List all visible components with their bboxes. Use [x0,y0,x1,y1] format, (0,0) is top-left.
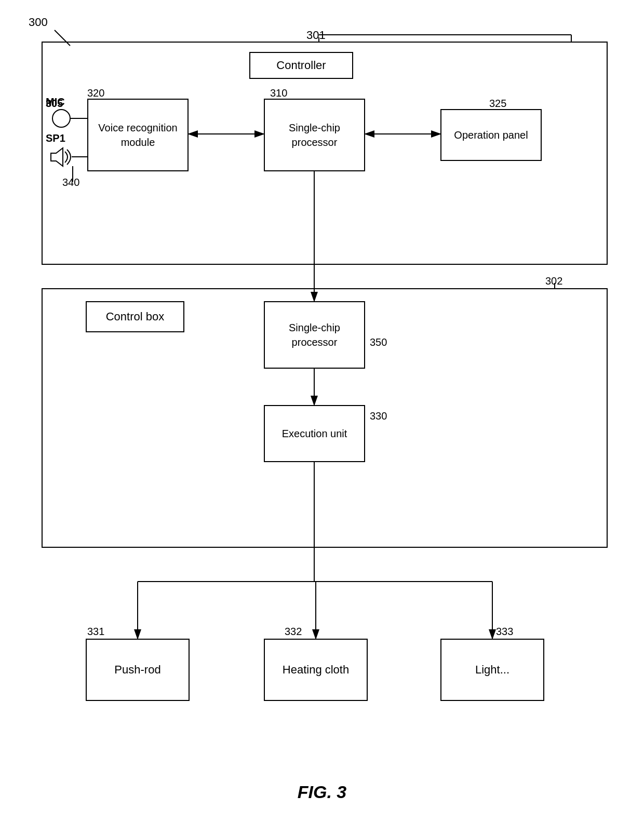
ref-300: 300 [29,16,48,29]
ref-302: 302 [545,275,562,287]
scp-bottom-box: Single-chip processor [264,301,365,369]
controller-label: Controller [249,52,353,79]
push-rod-box: Push-rod [86,639,190,701]
scp-top-box: Single-chip processor [264,99,365,171]
speaker-icon [48,145,72,169]
control-box-label: Control box [86,301,184,332]
ref-340: 340 [62,177,79,188]
sp1-label: SP1 [46,132,65,144]
svg-marker-0 [51,148,63,166]
ref-310: 310 [270,87,287,99]
diagram-page: 300 301 Controller 305 MIC SP1 340 320 V… [0,0,644,823]
mic-symbol [52,109,71,128]
ref-325: 325 [489,98,506,110]
ref-301: 301 [306,29,326,42]
ref-331: 331 [87,626,104,638]
ref-332: 332 [285,626,302,638]
mic-label: MIC [46,96,65,108]
fig-caption: FIG. 3 [298,782,346,802]
operation-panel-box: Operation panel [440,109,542,161]
light-box: Light... [440,639,544,701]
ref-333: 333 [496,626,513,638]
ref-320: 320 [87,87,104,99]
heating-cloth-box: Heating cloth [264,639,368,701]
ref-350: 350 [370,336,387,348]
ref-330: 330 [370,410,387,422]
execution-unit-box: Execution unit [264,405,365,462]
voice-recognition-box: Voice recognition module [87,99,189,171]
